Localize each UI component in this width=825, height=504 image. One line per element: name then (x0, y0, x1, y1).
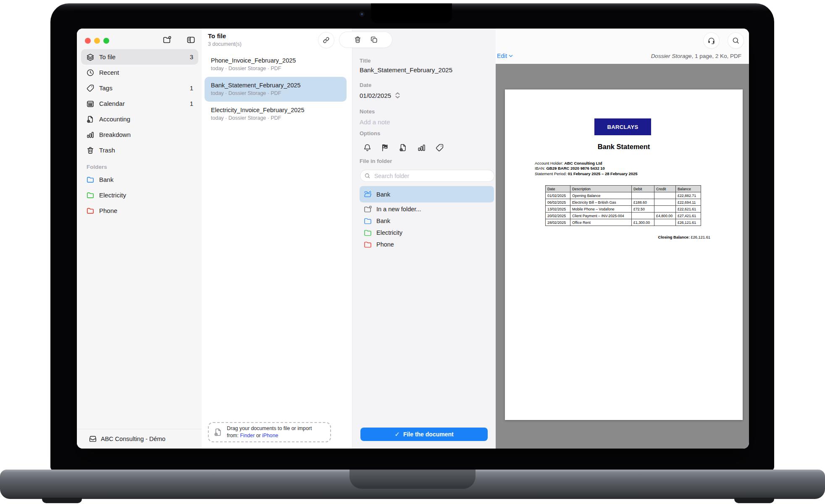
notes-label: Notes (360, 108, 375, 115)
headset-icon (707, 37, 715, 45)
finder-link[interactable]: Finder (240, 433, 255, 438)
document-title: Phone_Invoice_February_2025 (211, 57, 347, 64)
folder-option-label: In a new folder... (376, 206, 421, 213)
preview-file-meta: Dossier Storage, 1 page, 2 Ko, PDF (651, 53, 741, 59)
table-row: 13/02/2025Mobile Phone – Vodafone£72.50£… (546, 206, 701, 213)
document-row[interactable]: Phone_Invoice_February_2025 today · Doss… (205, 52, 347, 77)
sidebar-item[interactable]: Calendar 1 (81, 96, 198, 111)
link-button[interactable] (318, 32, 334, 48)
sidebar-toggle-icon[interactable] (186, 35, 196, 45)
folder-question-icon: ? (363, 190, 372, 199)
sidebar-item[interactable]: Recent (81, 65, 198, 80)
table-cell: £188.60 (632, 199, 654, 206)
link-icon (322, 36, 330, 44)
flag-icon[interactable] (381, 143, 389, 152)
statement-title: Bank Statement (505, 143, 743, 151)
inbox-icon (89, 435, 97, 443)
sidebar-folder-item[interactable]: Bank (81, 172, 198, 187)
title-value[interactable]: Bank_Statement_February_2025 (360, 66, 452, 74)
support-button[interactable] (704, 33, 719, 48)
table-cell (632, 192, 654, 199)
document-title: Electricity_Invoice_February_2025 (211, 107, 347, 113)
date-field[interactable]: 01/02/2025 (360, 92, 400, 99)
duplicate-document-icon[interactable] (370, 36, 378, 44)
folder-option-label: Phone (376, 241, 394, 248)
table-cell: £26,121.61 (676, 219, 701, 226)
laptop-foot (734, 498, 774, 503)
table-cell: 01/02/2025 (546, 192, 570, 199)
table-cell: £22,621.61 (676, 206, 701, 213)
statement-table: DateDescriptionDebitCreditBalance 01/02/… (545, 185, 701, 226)
sidebar-item[interactable]: To file 3 (81, 49, 198, 65)
folder-search-field[interactable] (360, 170, 494, 182)
breakdown-bars-icon[interactable] (417, 143, 426, 152)
preview-panel: Edit Dossier Storage, 1 page, 2 Ko, PDF … (496, 29, 749, 449)
global-search-button[interactable] (728, 33, 744, 48)
doc-list-subtitle: 3 document(s) (208, 41, 242, 47)
table-cell: 28/02/2025 (546, 219, 570, 226)
table-cell: £1,300.00 (632, 219, 654, 226)
edit-menu[interactable]: Edit (497, 52, 513, 59)
tag-option-icon[interactable] (435, 143, 444, 152)
delete-document-icon[interactable] (354, 36, 362, 44)
sidebar-item-count: 1 (190, 100, 193, 107)
sidebar-item[interactable]: Trash (81, 142, 198, 158)
sidebar-item-count: 1 (190, 84, 193, 92)
calendar-icon (86, 100, 95, 108)
folder-option-row[interactable]: ? Bank (360, 186, 494, 202)
table-row: 01/02/2025Opening Balance£22,882.71 (546, 192, 701, 199)
sidebar-folder-label: Bank (99, 176, 113, 183)
laptop-camera (359, 11, 365, 17)
table-cell (632, 213, 654, 219)
doc-import-icon[interactable] (399, 143, 407, 152)
zoom-window-button[interactable] (103, 38, 109, 44)
table-cell (654, 206, 676, 213)
sidebar-item[interactable]: Breakdown (81, 127, 198, 142)
table-header-cell: Balance (676, 186, 701, 192)
app-window: To file 3 Recent Tags 1 Calendar 1 (77, 29, 749, 449)
search-field-icon (364, 173, 370, 179)
sidebar-nav: To file 3 Recent Tags 1 Calendar 1 (81, 49, 198, 218)
sidebar-item[interactable]: Tags 1 (81, 80, 198, 96)
laptop-lid-scoop (349, 470, 476, 489)
iphone-link[interactable]: iPhone (262, 433, 278, 438)
notes-placeholder[interactable]: Add a note (360, 118, 390, 126)
date-stepper-icon[interactable] (395, 92, 400, 99)
folder-search-input[interactable] (373, 172, 491, 180)
import-dropzone[interactable]: Drag your documents to file or import fr… (208, 422, 331, 442)
doc-actions-toolbar (339, 32, 392, 47)
doc-list-title: To file (208, 32, 226, 39)
reminder-bell-icon[interactable] (363, 143, 372, 152)
doc-plus-icon (86, 115, 95, 123)
table-cell: £27,421.61 (676, 213, 701, 219)
closing-balance: Closing Balance: £26,121.61 (545, 235, 710, 239)
folders-section-header: Folders (81, 158, 198, 172)
table-cell: 20/02/2025 (546, 213, 570, 219)
folder-option-row[interactable]: Phone (360, 239, 494, 250)
table-cell: £4,800.00 (654, 213, 676, 219)
new-folder-icon[interactable] (162, 35, 172, 45)
bars-icon (86, 131, 95, 139)
account-row[interactable]: ABC Consulting - Démo (77, 429, 202, 449)
document-title: Bank_Statement_February_2025 (211, 82, 347, 89)
chevron-down-icon (508, 53, 513, 58)
file-document-button[interactable]: ✓ File the document (360, 428, 488, 441)
pdf-page: BARCLAYS Bank Statement Account Holder: … (505, 89, 743, 420)
sidebar-item[interactable]: Accounting (81, 111, 198, 127)
table-cell: Electricity Bill – British Gas (570, 199, 632, 206)
close-window-button[interactable] (85, 38, 91, 44)
minimize-window-button[interactable] (94, 38, 100, 44)
table-row: 06/02/2025Electricity Bill – British Gas… (546, 199, 701, 206)
folder-option-row[interactable]: In a new folder... (360, 203, 494, 215)
table-header-cell: Debit (632, 186, 654, 192)
document-row[interactable]: Bank_Statement_February_2025 today · Dos… (205, 77, 347, 102)
sidebar-folder-item[interactable]: Phone (81, 203, 198, 218)
sidebar-folder-item[interactable]: Electricity (81, 187, 198, 203)
account-name: ABC Consulting - Démo (101, 436, 166, 442)
folder-option-row[interactable]: Bank (360, 215, 494, 227)
folder-option-row[interactable]: Electricity (360, 227, 494, 239)
screenshot-stage: To file 3 Recent Tags 1 Calendar 1 (0, 0, 825, 504)
table-cell (654, 192, 676, 199)
table-row: 28/02/2025Office Rent£1,300.00£26,121.61 (546, 219, 701, 226)
document-row[interactable]: Electricity_Invoice_February_2025 today … (205, 102, 347, 126)
